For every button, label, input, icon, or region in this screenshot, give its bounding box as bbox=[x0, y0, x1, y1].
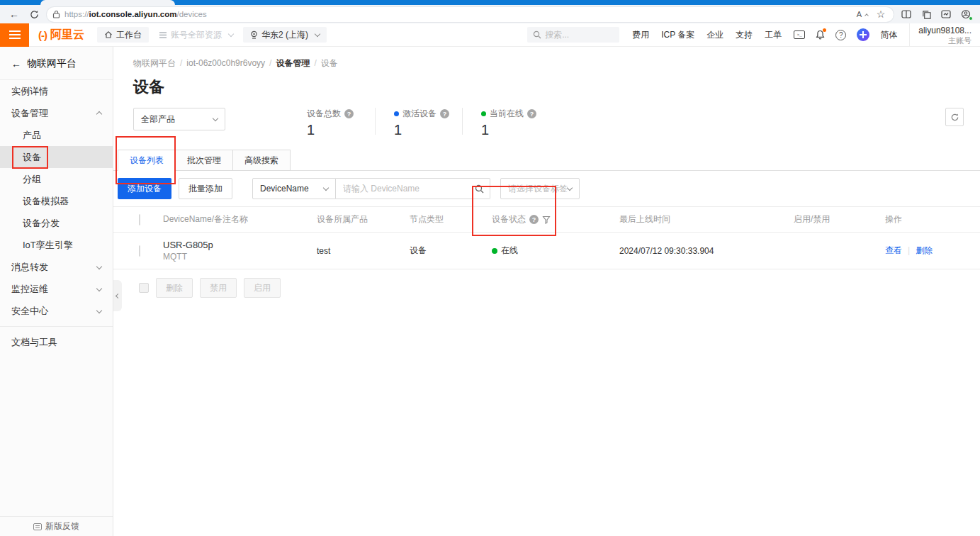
chevron-down-icon bbox=[315, 31, 320, 37]
nav-link-enterprise[interactable]: 企业 bbox=[706, 29, 723, 41]
bulk-enable-button[interactable]: 启用 bbox=[244, 278, 281, 298]
stats-group: 设备总数? 1 激活设备? 1 当前在线? 1 bbox=[307, 108, 549, 138]
sidebar-item-products[interactable]: 产品 bbox=[0, 124, 113, 146]
view-link[interactable]: 查看 bbox=[885, 245, 902, 255]
nav-link-icp[interactable]: ICP 备案 bbox=[661, 29, 694, 41]
browser-tab-strip bbox=[0, 0, 980, 5]
nav-link-support[interactable]: 支持 bbox=[736, 29, 753, 41]
feedback-button[interactable]: 新版反馈 bbox=[0, 516, 113, 536]
tab-batch-management[interactable]: 批次管理 bbox=[175, 150, 233, 171]
sidebar-item-device-distribution[interactable]: 设备分发 bbox=[0, 212, 113, 234]
collections-icon[interactable] bbox=[919, 7, 933, 21]
breadcrumb-device-management[interactable]: 设备管理 bbox=[276, 58, 310, 68]
sidebar-item-groups[interactable]: 分组 bbox=[0, 168, 113, 190]
column-product: 设备所属产品 bbox=[317, 213, 410, 225]
help-icon[interactable]: ? bbox=[440, 109, 449, 118]
cloudshell-icon[interactable]: >_ bbox=[794, 30, 805, 39]
device-search-input[interactable] bbox=[343, 184, 475, 194]
help-icon[interactable]: ? bbox=[344, 109, 354, 118]
stat-activated-devices: 激活设备? 1 bbox=[394, 108, 462, 138]
column-device-name: DeviceName/备注名称 bbox=[163, 213, 317, 225]
header-search-box[interactable] bbox=[527, 27, 619, 43]
chevron-down-icon bbox=[567, 185, 573, 191]
breadcrumb-iot-platform[interactable]: 物联网平台 bbox=[133, 58, 176, 68]
device-search-box bbox=[336, 178, 490, 199]
bulk-select-checkbox[interactable] bbox=[139, 283, 149, 293]
tab-advanced-search[interactable]: 高级搜索 bbox=[232, 150, 291, 171]
filter-funnel-icon[interactable] bbox=[542, 216, 551, 224]
device-last-online: 2024/07/12 09:30:33.904 bbox=[619, 246, 794, 256]
region-dropdown[interactable]: 华东2 (上海) bbox=[243, 27, 327, 43]
device-tag-select[interactable]: 请选择设备标签 bbox=[500, 178, 580, 199]
search-icon bbox=[533, 30, 541, 39]
search-key-value: DeviceName bbox=[260, 184, 309, 194]
device-name-link[interactable]: USR-G805p bbox=[163, 240, 317, 250]
column-last-online: 最后上线时间 bbox=[619, 213, 794, 225]
back-icon[interactable]: ← bbox=[7, 7, 21, 21]
sidebar-item-instance-details[interactable]: 实例详情 bbox=[0, 80, 113, 102]
search-icon[interactable] bbox=[475, 184, 484, 194]
sidebar-item-device-management[interactable]: 设备管理 bbox=[0, 102, 113, 124]
sidebar-collapse-handle[interactable] bbox=[113, 280, 122, 311]
split-screen-icon[interactable] bbox=[899, 7, 913, 21]
favorite-star-icon[interactable]: ☆ bbox=[874, 7, 888, 21]
page-title: 设备 bbox=[113, 69, 980, 98]
bulk-delete-button[interactable]: 删除 bbox=[156, 278, 193, 298]
region-label: 华东2 (上海) bbox=[261, 29, 308, 41]
select-all-checkbox[interactable] bbox=[139, 214, 140, 225]
help-icon[interactable]: ? bbox=[527, 109, 536, 118]
delete-link[interactable]: 删除 bbox=[916, 245, 933, 255]
aliyun-logo-text: 阿里云 bbox=[50, 28, 84, 43]
refresh-button[interactable] bbox=[945, 108, 964, 126]
nav-link-billing[interactable]: 费用 bbox=[632, 29, 649, 41]
table-header: DeviceName/备注名称 设备所属产品 节点类型 设备状态 ? 最后上线时… bbox=[113, 206, 980, 233]
address-bar[interactable]: https://iot.console.aliyun.com/devices A… bbox=[47, 7, 894, 22]
sidebar-back-header[interactable]: ← 物联网平台 bbox=[0, 47, 113, 80]
workbench-button[interactable]: 工作台 bbox=[97, 27, 149, 43]
search-key-select[interactable]: DeviceName bbox=[252, 178, 336, 199]
help-icon[interactable]: ? bbox=[529, 215, 539, 224]
url-text: https://iot.console.aliyun.com/devices bbox=[64, 10, 207, 18]
read-aloud-icon[interactable]: A bbox=[855, 7, 869, 21]
breadcrumb-instance[interactable]: iot-06z00c0h9r6voyy bbox=[186, 58, 265, 68]
tab-device-list[interactable]: 设备列表 bbox=[118, 150, 176, 171]
chevron-down-icon bbox=[323, 185, 329, 191]
browser-essentials-icon[interactable] bbox=[939, 7, 953, 21]
product-filter-select[interactable]: 全部产品 bbox=[133, 108, 225, 130]
sidebar-item-security-center[interactable]: 安全中心 bbox=[0, 300, 113, 322]
sidebar-item-device-simulator[interactable]: 设备模拟器 bbox=[0, 190, 113, 212]
sidebar-item-monitoring-ops[interactable]: 监控运维 bbox=[0, 278, 113, 300]
sidebar-item-docs-tools[interactable]: 文档与工具 bbox=[0, 331, 113, 353]
notification-bell-icon[interactable] bbox=[816, 30, 825, 40]
sidebar-item-message-forwarding[interactable]: 消息转发 bbox=[0, 256, 113, 278]
language-toggle[interactable]: 简体 bbox=[880, 29, 897, 41]
refresh-icon[interactable] bbox=[27, 7, 41, 21]
header-search-input[interactable] bbox=[545, 30, 609, 40]
column-node-type: 节点类型 bbox=[410, 213, 492, 225]
account-resources-dropdown[interactable]: 账号全部资源 bbox=[159, 29, 233, 41]
hamburger-menu-button[interactable] bbox=[0, 23, 29, 47]
stat-total-value: 1 bbox=[307, 122, 375, 138]
sidebar-item-devices[interactable]: 设备 bbox=[0, 146, 113, 168]
row-checkbox[interactable] bbox=[139, 245, 140, 257]
aliyun-logo[interactable]: (-) 阿里云 bbox=[29, 28, 97, 43]
browser-profile-icon[interactable] bbox=[959, 7, 973, 21]
breadcrumb-current: 设备 bbox=[321, 58, 338, 68]
help-icon[interactable]: ? bbox=[835, 30, 846, 40]
lock-icon bbox=[52, 10, 60, 18]
account-menu[interactable]: aliyun98108... 主账号 bbox=[909, 23, 980, 47]
bulk-disable-button[interactable]: 禁用 bbox=[200, 278, 237, 298]
resources-grid-icon bbox=[159, 31, 167, 39]
controls-row: 全部产品 设备总数? 1 激活设备? 1 当前在线? 1 bbox=[113, 98, 980, 138]
chevron-down-icon bbox=[228, 31, 234, 37]
main-content: 物联网平台/iot-06z00c0h9r6voyy/设备管理/设备 设备 全部产… bbox=[113, 47, 980, 536]
add-device-button[interactable]: 添加设备 bbox=[118, 178, 171, 199]
device-node-type: 设备 bbox=[410, 245, 492, 257]
batch-add-button[interactable]: 批量添加 bbox=[179, 178, 232, 199]
intl-globe-icon[interactable] bbox=[857, 28, 869, 41]
sidebar-item-iot-twin-engine[interactable]: IoT孪生引擎 bbox=[0, 234, 113, 256]
nav-link-tickets[interactable]: 工单 bbox=[765, 29, 782, 41]
blue-dot-icon bbox=[394, 111, 399, 116]
chevron-down-icon bbox=[96, 285, 102, 291]
browser-active-tab[interactable] bbox=[40, 0, 175, 5]
